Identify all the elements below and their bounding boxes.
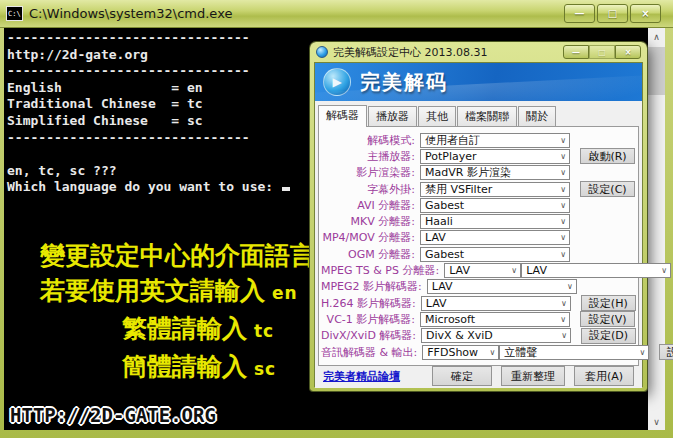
settings-row: MPEG TS & PS 分離器:LAV∨LAV∨ bbox=[319, 262, 638, 278]
notice-line: 變更設定中心的介面語言， bbox=[40, 238, 340, 273]
setting-label: 解碼模式: bbox=[321, 133, 420, 148]
setting-label: MPEG TS & PS 分離器: bbox=[321, 263, 444, 278]
play-icon: ▶ bbox=[332, 75, 341, 89]
chevron-down-icon: ∨ bbox=[558, 201, 568, 210]
setting-button[interactable]: 設定(H) bbox=[581, 295, 636, 311]
maximize-button[interactable]: □ bbox=[597, 4, 628, 23]
setting-label-text: DivX/XviD 解碼器: bbox=[321, 328, 416, 343]
chevron-down-icon: ∨ bbox=[558, 152, 568, 161]
setting-label: 主播放器: bbox=[321, 149, 420, 164]
cmd-titlebar[interactable]: C:\ C:\Windows\system32\cmd.exe — □ × bbox=[0, 0, 673, 28]
app-name: 完美解码 bbox=[360, 69, 448, 96]
dialog-body: ▶ 完美解码 解碼器播放器其他檔案關聯關於 解碼模式:使用者自訂∨主播放器:Po… bbox=[314, 62, 643, 387]
setting-label-text: MPEG2 影片解碼器: bbox=[321, 279, 422, 294]
selected-value: LAV bbox=[449, 264, 509, 277]
setting-label-text: VC-1 影片解碼器: bbox=[327, 312, 415, 327]
setting-select[interactable]: LAV∨ bbox=[420, 230, 570, 245]
setting-button[interactable]: 設定(V) bbox=[580, 311, 635, 327]
setting-select[interactable]: Gabest∨ bbox=[420, 198, 570, 213]
selected-value: LAV bbox=[426, 297, 559, 310]
scroll-up-button[interactable]: ∧ bbox=[648, 28, 665, 45]
settings-row: MPEG2 影片解碼器:LAV∨ bbox=[319, 279, 638, 295]
setting-select[interactable]: 立體聲∨ bbox=[499, 345, 649, 360]
notice-line: 若要使用英文請輸入 en bbox=[40, 273, 340, 311]
setting-label: MKV 分離器: bbox=[321, 214, 420, 229]
setting-label-text: OGM 分離器: bbox=[348, 247, 415, 262]
tab-2[interactable]: 播放器 bbox=[368, 106, 417, 126]
chevron-down-icon: ∨ bbox=[659, 266, 669, 275]
setting-button[interactable]: 設定(M) bbox=[659, 344, 673, 360]
setting-select[interactable]: 禁用 VSFilter∨ bbox=[420, 182, 570, 197]
notice-text: 若要使用英文請輸入 bbox=[40, 276, 265, 305]
tab-1[interactable]: 解碼器 bbox=[318, 105, 367, 127]
setting-label-text: AVI 分離器: bbox=[357, 198, 415, 213]
dialog-icon bbox=[316, 46, 328, 58]
setting-label: OGM 分離器: bbox=[321, 247, 420, 262]
tab-5[interactable]: 關於 bbox=[518, 106, 556, 126]
selected-value: LAV bbox=[432, 280, 565, 293]
setting-label-text: MP4/MOV 分離器: bbox=[322, 230, 415, 245]
console-text-content: ------------------------------- http://2… bbox=[7, 30, 281, 194]
setting-select[interactable]: Microsoft∨ bbox=[420, 312, 570, 327]
setting-select[interactable]: LAV∨ bbox=[444, 263, 521, 278]
site-watermark: HTTP://2D-GATE.ORG bbox=[10, 404, 216, 426]
settings-row: MP4/MOV 分離器:LAV∨ bbox=[319, 230, 638, 246]
selected-value: Gabest bbox=[425, 248, 558, 261]
setting-select[interactable]: LAV∨ bbox=[421, 296, 571, 311]
dialog-minimize-button[interactable]: — bbox=[563, 45, 589, 59]
language-code: en bbox=[265, 283, 298, 303]
scrollbar-thumb[interactable] bbox=[648, 47, 665, 95]
chevron-down-icon: ∨ bbox=[558, 315, 568, 324]
setting-select[interactable]: MadVR 影片渲染∨ bbox=[420, 165, 570, 180]
apply-button[interactable]: 套用(A) bbox=[574, 366, 634, 386]
cmd-icon: C:\ bbox=[6, 6, 23, 21]
setting-button[interactable]: 啟動(R) bbox=[580, 148, 635, 164]
setting-button[interactable]: 設定(C) bbox=[580, 181, 635, 197]
setting-select[interactable]: Gabest∨ bbox=[420, 247, 570, 262]
selected-value: 使用者自訂 bbox=[425, 133, 558, 148]
scroll-down-button[interactable]: ∨ bbox=[648, 413, 665, 430]
setting-select[interactable]: DivX & XviD∨ bbox=[421, 328, 571, 343]
setting-label: VC-1 影片解碼器: bbox=[321, 312, 420, 327]
chevron-down-icon: ∨ bbox=[559, 331, 569, 340]
chevron-down-icon: ∨ bbox=[558, 250, 568, 259]
dialog-close-button[interactable]: × bbox=[615, 45, 641, 59]
chevron-down-icon: ∨ bbox=[558, 185, 568, 194]
setting-select[interactable]: PotPlayer∨ bbox=[420, 149, 570, 164]
setting-label: DivX/XviD 解碼器: bbox=[321, 328, 421, 343]
minimize-icon: — bbox=[575, 8, 585, 19]
settings-row: VC-1 影片解碼器:Microsoft∨設定(V) bbox=[319, 311, 638, 327]
setting-select[interactable]: LAV∨ bbox=[427, 279, 577, 294]
ok-button[interactable]: 確定 bbox=[432, 366, 492, 386]
setting-label: H.264 影片解碼器: bbox=[321, 296, 421, 311]
setting-label: MP4/MOV 分離器: bbox=[321, 230, 420, 245]
vertical-scrollbar[interactable]: ∧ ∨ bbox=[648, 28, 665, 430]
selected-value: PotPlayer bbox=[425, 150, 558, 163]
setting-select[interactable]: FFDShow∨ bbox=[422, 345, 499, 360]
dialog-footer: 完美者精品論壇 確定重新整理套用(A) bbox=[315, 366, 642, 388]
refresh-button[interactable]: 重新整理 bbox=[501, 366, 565, 386]
settings-row: MKV 分離器:Haali∨ bbox=[319, 213, 638, 229]
dialog-titlebar[interactable]: 完美解碼設定中心 2013.08.31 — □ × bbox=[310, 42, 647, 62]
selected-value: LAV bbox=[425, 231, 558, 244]
settings-dialog: 完美解碼設定中心 2013.08.31 — □ × ▶ 完美解码 解碼器播放器其… bbox=[310, 42, 647, 391]
chevron-down-icon: ∨ bbox=[558, 217, 568, 226]
dialog-window-controls: — □ × bbox=[563, 45, 641, 59]
setting-select[interactable]: LAV∨ bbox=[521, 263, 671, 278]
setting-select[interactable]: Haali∨ bbox=[420, 214, 570, 229]
chevron-down-icon: ∨ bbox=[565, 282, 575, 291]
forum-link[interactable]: 完美者精品論壇 bbox=[323, 369, 400, 384]
chevron-down-icon: ∨ bbox=[487, 348, 497, 357]
setting-select[interactable]: 使用者自訂∨ bbox=[420, 133, 570, 148]
setting-button[interactable]: 設定(D) bbox=[581, 328, 636, 344]
notice-text: 變更設定中心的介面語言， bbox=[40, 241, 340, 270]
tab-4[interactable]: 檔案關聯 bbox=[457, 106, 517, 126]
close-button[interactable]: × bbox=[630, 4, 661, 23]
minimize-button[interactable]: — bbox=[564, 4, 595, 23]
settings-row: 音訊解碼器 & 輸出:FFDShow∨立體聲∨設定(M) bbox=[319, 344, 638, 360]
dialog-banner: ▶ 完美解码 bbox=[315, 63, 642, 101]
setting-label-text: 音訊解碼器 & 輸出: bbox=[321, 345, 417, 360]
maximize-icon: □ bbox=[598, 48, 606, 57]
tab-3[interactable]: 其他 bbox=[418, 106, 456, 126]
setting-label-text: H.264 影片解碼器: bbox=[321, 296, 416, 311]
